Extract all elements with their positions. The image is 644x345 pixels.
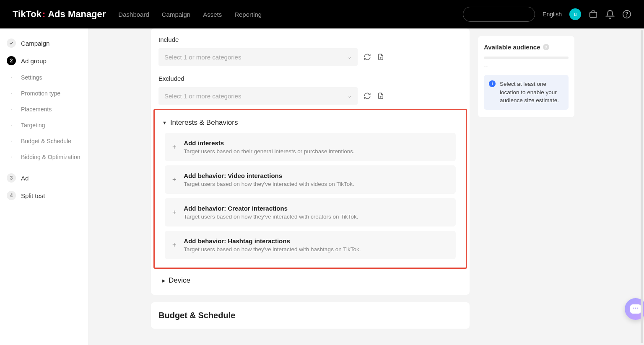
refresh-icon[interactable] <box>364 53 371 61</box>
nav-campaign[interactable]: Campaign <box>162 11 190 18</box>
sidebar-sub-budget[interactable]: · Budget & Schedule <box>4 133 84 149</box>
bullet-icon: · <box>7 121 16 129</box>
sidebar-step-ad[interactable]: 3 Ad <box>4 169 84 187</box>
sidebar-sub-bidding[interactable]: · Bidding & Optimization <box>4 149 84 165</box>
add-behavior-creator-button[interactable]: + Add behavior: Creator interactions Tar… <box>165 198 456 227</box>
help-tooltip-icon[interactable]: ? <box>543 44 549 50</box>
budget-card: Budget & Schedule <box>151 302 470 329</box>
sidebar-step-label: Campaign <box>21 40 49 47</box>
add-behavior-video-button[interactable]: + Add behavior: Video interactions Targe… <box>165 165 456 194</box>
bell-icon[interactable] <box>605 10 615 19</box>
sidebar-step-label: Split test <box>21 192 45 199</box>
select-placeholder: Select 1 or more categories <box>164 54 241 61</box>
option-desc: Target users based on how they've intera… <box>184 181 448 187</box>
option-title: Add behavior: Video interactions <box>184 172 448 179</box>
caret-down-icon: ▼ <box>162 120 167 125</box>
scrollbar[interactable] <box>641 30 643 343</box>
logo-text-sub: Ads Manager <box>48 9 106 20</box>
header-right: English u <box>463 7 631 22</box>
sidebar-sub-settings[interactable]: · Settings <box>4 70 84 85</box>
excluded-label: Excluded <box>158 75 462 82</box>
sidebar-sub-promotion[interactable]: · Promotion type <box>4 85 84 101</box>
budget-heading: Budget & Schedule <box>158 311 462 320</box>
audience-size-bar <box>484 57 569 59</box>
step-number-badge: 2 <box>7 56 16 65</box>
plus-icon: + <box>172 209 176 216</box>
sidebar-step-campaign[interactable]: Campaign <box>4 34 84 52</box>
option-desc: Target users based on how they've intera… <box>184 214 448 220</box>
include-label: Include <box>158 36 462 43</box>
option-desc: Target users based on their general inte… <box>184 148 448 154</box>
nav-reporting[interactable]: Reporting <box>234 11 262 18</box>
briefcase-icon[interactable] <box>589 10 598 19</box>
targeting-card: Include Select 1 or more categories ⌄ Ex… <box>151 28 470 295</box>
add-interests-button[interactable]: + Add interests Target users based on th… <box>165 133 456 161</box>
svg-point-2 <box>627 16 627 16</box>
include-select[interactable]: Select 1 or more categories ⌄ <box>158 48 358 66</box>
form-column: Include Select 1 or more categories ⌄ Ex… <box>151 28 470 336</box>
chevron-down-icon: ⌄ <box>348 54 352 60</box>
device-header[interactable]: ▶ Device <box>158 275 462 286</box>
select-placeholder: Select 1 or more categories <box>164 93 241 100</box>
plus-icon: + <box>172 143 176 151</box>
bullet-icon: · <box>7 137 16 145</box>
sidebar-step-label: Ad group <box>21 57 47 64</box>
audience-card: Available audience ? -- i Select at leas… <box>478 36 574 117</box>
option-title: Add behavior: Hashtag interactions <box>184 237 448 245</box>
step-number-badge: 3 <box>7 173 16 183</box>
nav-dashboard[interactable]: Dashboard <box>118 11 149 18</box>
bullet-icon: · <box>7 90 16 97</box>
right-panel: Available audience ? -- i Select at leas… <box>478 36 574 336</box>
nav-assets[interactable]: Assets <box>203 11 222 18</box>
svg-rect-0 <box>590 12 597 17</box>
sidebar-step-adgroup[interactable]: 2 Ad group <box>4 52 84 70</box>
sidebar-step-splittest[interactable]: 4 Split test <box>4 187 84 204</box>
include-row: Select 1 or more categories ⌄ <box>158 48 462 66</box>
bullet-icon: · <box>7 106 16 113</box>
excluded-row: Select 1 or more categories ⌄ <box>158 87 462 105</box>
audience-title: Available audience ? <box>484 44 569 51</box>
interests-behaviors-section: ▼ Interests & Behaviors + Add interests … <box>153 109 467 269</box>
interests-header[interactable]: ▼ Interests & Behaviors <box>159 117 462 129</box>
refresh-icon[interactable] <box>364 92 371 100</box>
main-content: Include Select 1 or more categories ⌄ Ex… <box>88 28 644 345</box>
option-title: Add behavior: Creator interactions <box>184 205 448 212</box>
help-icon[interactable] <box>622 10 631 19</box>
logo-dot: : <box>42 9 45 20</box>
sidebar: Campaign 2 Ad group · Settings · Promoti… <box>0 28 88 345</box>
bullet-icon: · <box>7 74 16 81</box>
check-icon <box>7 39 16 48</box>
file-plus-icon[interactable] <box>377 53 384 61</box>
sidebar-sub-targeting[interactable]: · Targeting <box>4 117 84 133</box>
info-icon: i <box>489 80 496 87</box>
account-selector[interactable] <box>463 7 535 22</box>
excluded-select[interactable]: Select 1 or more categories ⌄ <box>158 87 358 105</box>
bullet-icon: · <box>7 153 16 161</box>
top-header: TikTok : Ads Manager Dashboard Campaign … <box>0 0 644 28</box>
info-message: i Select at least one location to enable… <box>484 75 569 110</box>
chevron-down-icon: ⌄ <box>348 93 352 99</box>
logo-text-main: TikTok <box>13 9 42 20</box>
info-text: Select at least one location to enable y… <box>500 80 564 105</box>
option-title: Add interests <box>184 139 448 147</box>
language-selector[interactable]: English <box>543 11 562 18</box>
avatar[interactable]: u <box>569 8 581 20</box>
plus-icon: + <box>172 241 176 249</box>
step-number-badge: 4 <box>7 191 16 200</box>
add-behavior-hashtag-button[interactable]: + Add behavior: Hashtag interactions Tar… <box>165 231 456 259</box>
sidebar-sub-placements[interactable]: · Placements <box>4 101 84 117</box>
chat-bubble-icon <box>630 304 641 314</box>
audience-value: -- <box>484 62 569 69</box>
option-desc: Target users based on how they've intera… <box>184 246 448 252</box>
plus-icon: + <box>172 176 176 183</box>
main-nav: Dashboard Campaign Assets Reporting <box>118 11 262 18</box>
file-plus-icon[interactable] <box>377 92 384 100</box>
sidebar-step-label: Ad <box>21 175 29 182</box>
caret-right-icon: ▶ <box>162 278 165 283</box>
logo[interactable]: TikTok : Ads Manager <box>13 9 106 20</box>
